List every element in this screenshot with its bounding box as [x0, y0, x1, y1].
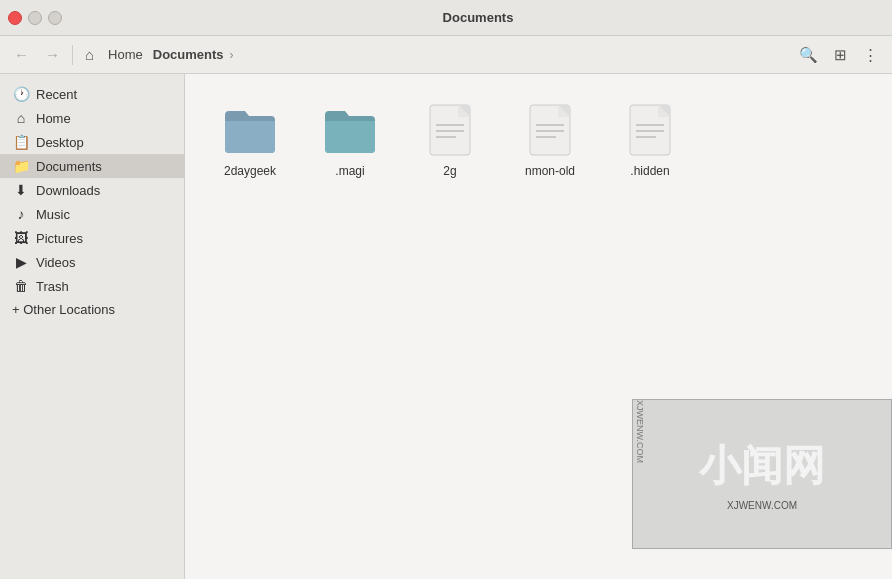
breadcrumb: Home Documents › — [104, 45, 789, 64]
text-file-icon-nmon-old — [522, 102, 578, 158]
breadcrumb-chevron: › — [230, 48, 234, 62]
file-item-2g[interactable]: 2g — [405, 94, 495, 186]
search-button[interactable]: 🔍 — [793, 42, 824, 68]
toolbar-separator — [72, 45, 73, 65]
home-button[interactable]: ⌂ — [79, 42, 100, 67]
breadcrumb-documents[interactable]: Documents — [149, 45, 228, 64]
view-toggle-button[interactable]: ⊞ — [828, 42, 853, 68]
window-title: Documents — [72, 10, 884, 25]
sidebar-label-recent: Recent — [36, 87, 172, 102]
sidebar: 🕐 Recent ⌂ Home 📋 Desktop 📁 Documents ⬇ … — [0, 74, 185, 579]
sidebar-label-other: + Other Locations — [12, 302, 172, 317]
sidebar-label-home: Home — [36, 111, 172, 126]
back-icon: ← — [14, 46, 29, 63]
file-label-nmon-old: nmon-old — [525, 164, 575, 178]
sidebar-label-videos: Videos — [36, 255, 172, 270]
forward-button[interactable]: → — [39, 42, 66, 67]
file-item-nmon-old[interactable]: nmon-old — [505, 94, 595, 186]
file-label-magi: .magi — [335, 164, 364, 178]
home-sidebar-icon: ⌂ — [12, 110, 30, 126]
file-label-2daygeek: 2daygeek — [224, 164, 276, 178]
file-item-hidden[interactable]: .hidden — [605, 94, 695, 186]
sidebar-label-documents: Documents — [36, 159, 172, 174]
sidebar-label-pictures: Pictures — [36, 231, 172, 246]
file-item-magi[interactable]: .magi — [305, 94, 395, 186]
sidebar-label-music: Music — [36, 207, 172, 222]
text-file-icon-hidden — [622, 102, 678, 158]
search-icon: 🔍 — [799, 46, 818, 64]
toolbar: ← → ⌂ Home Documents › 🔍 ⊞ ⋮ — [0, 36, 892, 74]
sidebar-label-desktop: Desktop — [36, 135, 172, 150]
close-button[interactable] — [8, 11, 22, 25]
forward-icon: → — [45, 46, 60, 63]
sidebar-label-trash: Trash — [36, 279, 172, 294]
folder-icon-2daygeek — [222, 102, 278, 158]
text-file-icon-2g — [422, 102, 478, 158]
file-label-hidden: .hidden — [630, 164, 669, 178]
minimize-button[interactable] — [28, 11, 42, 25]
menu-icon: ⋮ — [863, 46, 878, 64]
sidebar-item-home[interactable]: ⌂ Home — [0, 106, 184, 130]
grid-icon: ⊞ — [834, 46, 847, 64]
folder-icon-magi — [322, 102, 378, 158]
videos-icon: ▶ — [12, 254, 30, 270]
sidebar-item-music[interactable]: ♪ Music — [0, 202, 184, 226]
documents-icon: 📁 — [12, 158, 30, 174]
sidebar-item-downloads[interactable]: ⬇ Downloads — [0, 178, 184, 202]
breadcrumb-home[interactable]: Home — [104, 45, 147, 64]
downloads-icon: ⬇ — [12, 182, 30, 198]
recent-icon: 🕐 — [12, 86, 30, 102]
main-layout: 🕐 Recent ⌂ Home 📋 Desktop 📁 Documents ⬇ … — [0, 74, 892, 579]
sidebar-item-trash[interactable]: 🗑 Trash — [0, 274, 184, 298]
file-label-2g: 2g — [443, 164, 456, 178]
home-icon: ⌂ — [85, 46, 94, 63]
trash-icon: 🗑 — [12, 278, 30, 294]
titlebar: Documents — [0, 0, 892, 36]
music-icon: ♪ — [12, 206, 30, 222]
sidebar-item-pictures[interactable]: 🖼 Pictures — [0, 226, 184, 250]
sidebar-item-other-locations[interactable]: + Other Locations — [0, 298, 184, 321]
menu-button[interactable]: ⋮ — [857, 42, 884, 68]
sidebar-item-recent[interactable]: 🕐 Recent — [0, 82, 184, 106]
back-button[interactable]: ← — [8, 42, 35, 67]
toolbar-right: 🔍 ⊞ ⋮ — [793, 42, 884, 68]
desktop-icon: 📋 — [12, 134, 30, 150]
sidebar-item-documents[interactable]: 📁 Documents — [0, 154, 184, 178]
file-area: 2daygeek .magi — [185, 74, 892, 579]
pictures-icon: 🖼 — [12, 230, 30, 246]
sidebar-label-downloads: Downloads — [36, 183, 172, 198]
maximize-button[interactable] — [48, 11, 62, 25]
window-controls — [8, 11, 62, 25]
sidebar-item-videos[interactable]: ▶ Videos — [0, 250, 184, 274]
file-item-2daygeek[interactable]: 2daygeek — [205, 94, 295, 186]
sidebar-item-desktop[interactable]: 📋 Desktop — [0, 130, 184, 154]
